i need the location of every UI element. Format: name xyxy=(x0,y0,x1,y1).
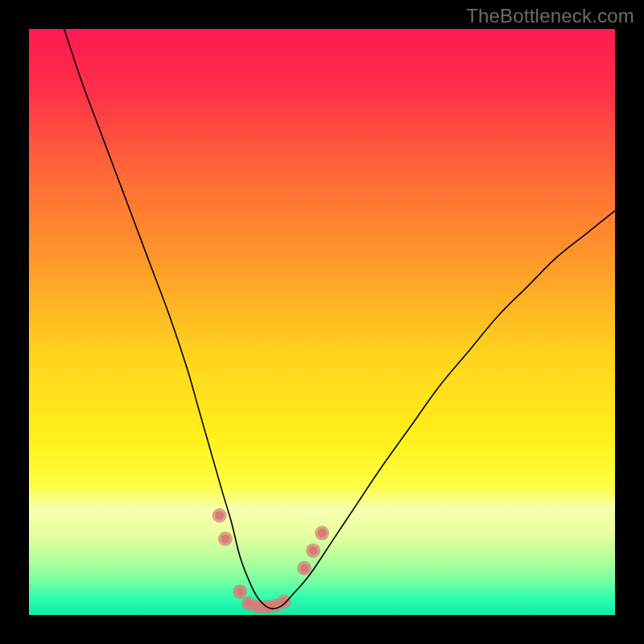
chart-svg xyxy=(29,29,615,615)
marker-inner xyxy=(309,546,318,555)
chart-frame: TheBottleneck.com xyxy=(0,0,644,644)
marker-inner xyxy=(215,511,224,520)
watermark-text: TheBottleneck.com xyxy=(466,5,634,27)
marker-inner xyxy=(236,587,245,596)
marker-inner xyxy=(318,529,327,538)
marker-inner xyxy=(221,535,229,543)
marker-inner xyxy=(300,564,309,572)
plot-area xyxy=(29,29,615,615)
